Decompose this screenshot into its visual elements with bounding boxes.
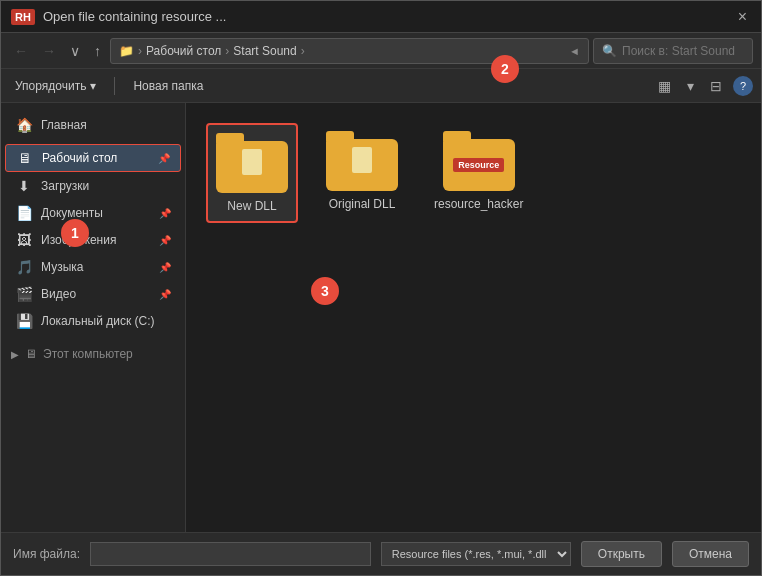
video-pin-icon: 📌 [159, 289, 171, 300]
toolbar-right: ▦ ▾ ⊟ ? [653, 75, 753, 97]
folder-original-dll-icon [326, 131, 398, 191]
sidebar-item-documents[interactable]: 📄 Документы 📌 [5, 200, 181, 226]
organize-arrow-icon: ▾ [90, 79, 96, 93]
open-button[interactable]: Открыть [581, 541, 662, 567]
help-button[interactable]: ? [733, 76, 753, 96]
filename-input[interactable] [90, 542, 371, 566]
app-logo: RH [11, 9, 35, 25]
music-icon: 🎵 [15, 259, 33, 275]
breadcrumb-folder: Start Sound [233, 44, 296, 58]
folder-resource-hacker-label: resource_hacker [434, 197, 523, 211]
sidebar-item-video[interactable]: 🎬 Видео 📌 [5, 281, 181, 307]
content-area: 🏠 Главная 🖥 Рабочий стол 📌 ⬇ Загрузки 📄 … [1, 103, 761, 532]
filetype-select[interactable]: Resource files (*.res, *.mui, *.dll [381, 542, 571, 566]
search-input[interactable] [622, 44, 744, 58]
sidebar-item-disk[interactable]: 💾 Локальный диск (C:) [5, 308, 181, 334]
computer-icon: 🖥 [25, 347, 37, 361]
sidebar-item-home[interactable]: 🏠 Главная [5, 112, 181, 138]
breadcrumb-sep3: › [301, 44, 305, 58]
breadcrumb-arrow-icon: ◄ [569, 45, 580, 57]
sidebar-home-label: Главная [41, 118, 87, 132]
organize-label: Упорядочить [15, 79, 86, 93]
sidebar-computer-section[interactable]: ▶ 🖥 Этот компьютер [1, 343, 185, 365]
images-pin-icon: 📌 [159, 235, 171, 246]
documents-icon: 📄 [15, 205, 33, 221]
bottom-bar: Имя файла: Resource files (*.res, *.mui,… [1, 532, 761, 575]
home-icon: 🏠 [15, 117, 33, 133]
music-pin-icon: 📌 [159, 262, 171, 273]
nav-dropdown-button[interactable]: ∨ [65, 40, 85, 62]
toolbar-separator [114, 77, 115, 95]
breadcrumb-desktop: Рабочий стол [146, 44, 221, 58]
sidebar-disk-label: Локальный диск (C:) [41, 314, 155, 328]
sidebar-computer-label: Этот компьютер [43, 347, 133, 361]
columns-button[interactable]: ⊟ [705, 75, 727, 97]
folder-resource-hacker[interactable]: Resource resource_hacker [426, 123, 531, 223]
expand-icon: ▶ [11, 349, 19, 360]
back-button[interactable]: ← [9, 40, 33, 62]
search-icon: 🔍 [602, 44, 617, 58]
new-folder-label: Новая папка [133, 79, 203, 93]
sidebar-desktop-label: Рабочий стол [42, 151, 117, 165]
view-toggle-button[interactable]: ▦ [653, 75, 676, 97]
sidebar: 🏠 Главная 🖥 Рабочий стол 📌 ⬇ Загрузки 📄 … [1, 103, 186, 532]
file-dialog-window: RH Open file containing resource ... × ←… [0, 0, 762, 576]
sidebar-music-label: Музыка [41, 260, 83, 274]
docs-pin-icon: 📌 [159, 208, 171, 219]
sidebar-images-label: Изображения [41, 233, 116, 247]
video-icon: 🎬 [15, 286, 33, 302]
pin-icon: 📌 [158, 153, 170, 164]
title-bar: RH Open file containing resource ... × [1, 1, 761, 33]
sidebar-item-images[interactable]: 🖼 Изображения 📌 [5, 227, 181, 253]
up-button[interactable]: ↑ [89, 40, 106, 62]
breadcrumb-sep: › [138, 44, 142, 58]
breadcrumb[interactable]: 📁 › Рабочий стол › Start Sound › ◄ [110, 38, 589, 64]
close-button[interactable]: × [734, 8, 751, 26]
navigation-bar: ← → ∨ ↑ 📁 › Рабочий стол › Start Sound ›… [1, 33, 761, 69]
view-arrow-button[interactable]: ▾ [682, 75, 699, 97]
sidebar-documents-label: Документы [41, 206, 103, 220]
images-icon: 🖼 [15, 232, 33, 248]
breadcrumb-sep2: › [225, 44, 229, 58]
sidebar-item-downloads[interactable]: ⬇ Загрузки [5, 173, 181, 199]
sidebar-downloads-label: Загрузки [41, 179, 89, 193]
sidebar-item-desktop[interactable]: 🖥 Рабочий стол 📌 [5, 144, 181, 172]
folder-original-dll[interactable]: Original DLL [318, 123, 406, 223]
disk-icon: 💾 [15, 313, 33, 329]
folder-new-dll[interactable]: New DLL [206, 123, 298, 223]
sidebar-item-music[interactable]: 🎵 Музыка 📌 [5, 254, 181, 280]
folder-new-dll-icon [216, 133, 288, 193]
folder-icon: 📁 [119, 44, 134, 58]
search-box[interactable]: 🔍 [593, 38, 753, 64]
filename-label: Имя файла: [13, 547, 80, 561]
new-folder-button[interactable]: Новая папка [127, 76, 209, 96]
main-file-area: New DLL Original DLL Resource [186, 103, 761, 532]
folder-original-dll-label: Original DLL [329, 197, 396, 211]
folder-new-dll-label: New DLL [227, 199, 276, 213]
window-title: Open file containing resource ... [43, 9, 734, 24]
toolbar: Упорядочить ▾ Новая папка ▦ ▾ ⊟ ? [1, 69, 761, 103]
cancel-button[interactable]: Отмена [672, 541, 749, 567]
folder-resource-hacker-icon: Resource [443, 131, 515, 191]
sidebar-video-label: Видео [41, 287, 76, 301]
organize-button[interactable]: Упорядочить ▾ [9, 76, 102, 96]
downloads-icon: ⬇ [15, 178, 33, 194]
forward-button[interactable]: → [37, 40, 61, 62]
desktop-icon: 🖥 [16, 150, 34, 166]
